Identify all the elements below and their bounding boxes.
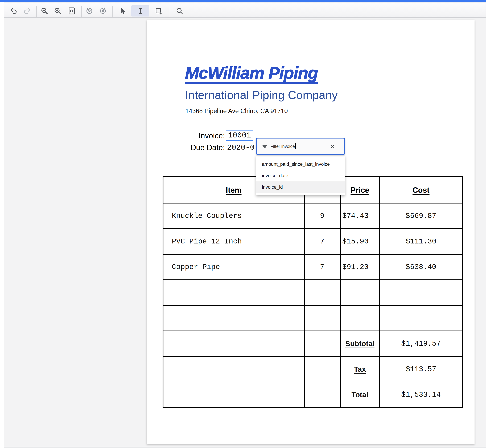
close-button[interactable] xyxy=(329,143,337,150)
cost-cell[interactable]: $669.87 xyxy=(380,203,462,229)
table-row: Knuckle Couplers 9 $74.43 $669.87 xyxy=(163,203,462,229)
search-button[interactable] xyxy=(174,5,185,16)
invoice-number-selected[interactable]: 10001 xyxy=(226,130,253,141)
subtotal-label: Subtotal xyxy=(340,331,380,356)
price-cell[interactable]: $91.20 xyxy=(340,254,380,280)
code-view-icon xyxy=(68,7,76,15)
due-date-label: Due Date: xyxy=(178,143,225,152)
dropdown-option-invoice-date[interactable]: invoice_date xyxy=(256,170,345,181)
bottom-edge-strip xyxy=(0,447,486,448)
table-row: Copper Pipe 7 $91.20 $638.40 xyxy=(163,254,462,280)
close-icon xyxy=(329,143,336,150)
zoom-out-button[interactable] xyxy=(39,5,50,16)
item-cell xyxy=(163,280,304,305)
cost-cell xyxy=(380,305,462,331)
undo-button[interactable] xyxy=(8,5,19,16)
zoom-in-icon xyxy=(54,7,62,15)
qty-cell[interactable]: 9 xyxy=(304,203,340,229)
price-cell xyxy=(340,280,380,305)
item-cell[interactable]: Knuckle Couplers xyxy=(163,203,304,229)
empty-cell xyxy=(304,356,340,382)
empty-cell xyxy=(163,382,304,408)
qty-cell[interactable]: 7 xyxy=(304,254,340,280)
redo-icon xyxy=(23,7,31,15)
cost-cell xyxy=(380,280,462,305)
search-icon xyxy=(175,7,183,15)
cost-cell[interactable]: $638.40 xyxy=(380,254,462,280)
rotate-left-icon xyxy=(86,7,94,15)
item-cell xyxy=(163,305,304,331)
undo-icon xyxy=(10,7,18,15)
filter-suggestions-dropdown: amount_paid_since_last_invoice invoice_d… xyxy=(256,156,345,195)
document-page: McWilliam Piping International Piping Co… xyxy=(147,20,475,444)
due-date-value[interactable]: 2020-0 xyxy=(227,143,254,152)
window-accent-bar xyxy=(0,0,486,2)
company-address: 14368 Pipeline Ave Chino, CA 91710 xyxy=(185,107,288,115)
select-cursor-button[interactable] xyxy=(117,5,128,16)
empty-cell xyxy=(304,382,340,408)
zoom-out-icon xyxy=(40,7,48,15)
zoom-in-button[interactable] xyxy=(52,5,63,16)
company-title: McWilliam Piping xyxy=(185,63,318,83)
text-cursor-icon xyxy=(136,7,144,15)
dropdown-option-amount-paid-since-last-invoice[interactable]: amount_paid_since_last_invoice xyxy=(256,159,345,170)
tax-value[interactable]: $113.57 xyxy=(380,356,462,382)
filter-list-icon xyxy=(261,143,268,150)
tax-row: Tax $113.57 xyxy=(163,356,462,382)
empty-cell xyxy=(163,331,304,356)
code-view-button[interactable] xyxy=(66,5,77,16)
header-price: Price xyxy=(340,177,380,203)
header-cost: Cost xyxy=(380,177,462,203)
price-cell[interactable]: $15.90 xyxy=(340,229,380,254)
toolbar-divider xyxy=(36,6,37,17)
rotate-right-button[interactable] xyxy=(97,5,108,16)
qty-cell xyxy=(304,280,340,305)
table-row-empty xyxy=(163,305,462,331)
invoice-table: Item Price Cost Knuckle Couplers 9 $74.4… xyxy=(163,176,463,408)
rotate-left-button[interactable] xyxy=(84,5,95,16)
total-label: Total xyxy=(340,382,380,408)
table-row: PVC Pipe 12 Inch 7 $15.90 $111.30 xyxy=(163,229,462,254)
price-cell[interactable]: $74.43 xyxy=(340,203,380,229)
subtotal-row: Subtotal $1,419.57 xyxy=(163,331,462,356)
cost-cell[interactable]: $111.30 xyxy=(380,229,462,254)
price-cell xyxy=(340,305,380,331)
filter-popup[interactable]: Filter invoice xyxy=(256,138,345,155)
toolbar-divider xyxy=(170,6,170,17)
total-value[interactable]: $1,533.14 xyxy=(380,382,462,408)
collapsed-side-panel xyxy=(0,2,4,448)
subtotal-value[interactable]: $1,419.57 xyxy=(380,331,462,356)
toolbar-divider xyxy=(81,6,82,17)
text-caret xyxy=(295,143,296,149)
item-cell[interactable]: Copper Pipe xyxy=(163,254,304,280)
dropdown-option-invoice-id[interactable]: invoice_id xyxy=(256,181,345,193)
empty-cell xyxy=(163,356,304,382)
cursor-icon xyxy=(119,7,127,15)
qty-cell[interactable]: 7 xyxy=(304,229,340,254)
toolbar-divider xyxy=(112,6,113,17)
filter-input[interactable]: Filter invoice xyxy=(270,144,295,149)
invoice-label: Invoice: xyxy=(178,131,225,140)
company-subtitle: International Piping Company xyxy=(185,88,338,102)
text-cursor-button[interactable] xyxy=(131,5,149,16)
toolbar xyxy=(0,2,486,18)
rotate-right-icon xyxy=(99,7,107,15)
tax-label: Tax xyxy=(340,356,380,382)
region-select-icon xyxy=(155,7,163,15)
region-select-button[interactable] xyxy=(153,5,164,16)
qty-cell xyxy=(304,305,340,331)
total-row: Total $1,533.14 xyxy=(163,382,462,408)
redo-button[interactable] xyxy=(21,5,32,16)
empty-cell xyxy=(304,331,340,356)
item-cell[interactable]: PVC Pipe 12 Inch xyxy=(163,229,304,254)
table-row-empty xyxy=(163,280,462,305)
app-window: McWilliam Piping International Piping Co… xyxy=(0,0,486,448)
